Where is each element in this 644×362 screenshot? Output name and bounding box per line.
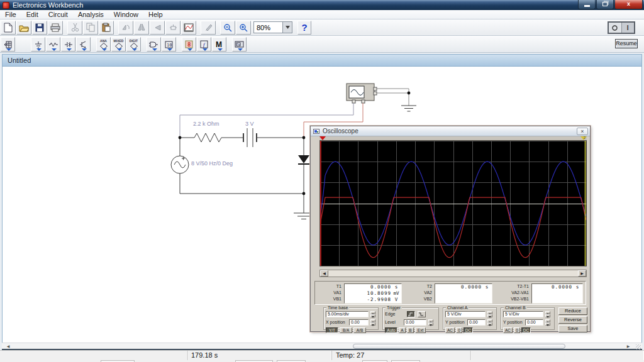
channel-a-spinner[interactable] bbox=[487, 311, 492, 317]
transistors-bin-icon[interactable] bbox=[76, 37, 91, 52]
menu-help[interactable]: Help bbox=[143, 10, 168, 19]
flip-vertical-icon[interactable] bbox=[134, 21, 149, 35]
controls-bin-icon[interactable]: f bbox=[197, 37, 211, 52]
chevron-down-icon[interactable] bbox=[282, 22, 292, 33]
channel-a-dc-button[interactable]: DC bbox=[464, 327, 473, 333]
resize-grip-icon[interactable] bbox=[636, 344, 641, 349]
diodes-bin-icon[interactable] bbox=[61, 37, 75, 52]
scope-scroll-right-icon[interactable]: ▶ bbox=[578, 270, 586, 277]
source-value-label[interactable]: 8 V/50 Hz/0 Deg bbox=[191, 160, 233, 167]
save-button[interactable]: Save bbox=[558, 325, 587, 332]
zoom-in-icon[interactable] bbox=[236, 21, 251, 35]
channel-b-ac-button[interactable]: AC bbox=[503, 327, 513, 333]
menu-analysis[interactable]: Analysis bbox=[73, 10, 109, 19]
ba-mode-button[interactable]: B/A bbox=[340, 327, 352, 333]
level-value[interactable]: 0.00 bbox=[404, 319, 426, 326]
channel-b-ypos[interactable]: 0.00 bbox=[525, 319, 543, 326]
new-file-icon[interactable] bbox=[1, 21, 16, 35]
zoom-level-select[interactable]: 80% bbox=[253, 21, 292, 33]
subcircuit-icon[interactable] bbox=[165, 21, 180, 35]
print-icon[interactable] bbox=[48, 21, 63, 35]
restore-button[interactable] bbox=[596, 0, 614, 9]
channel-b-dc-button[interactable]: DC bbox=[521, 327, 531, 333]
document-titlebar[interactable]: Untitled bbox=[2, 54, 642, 67]
paste-icon[interactable] bbox=[99, 21, 114, 35]
oscilloscope-close-button[interactable]: × bbox=[577, 128, 588, 135]
oscilloscope-window[interactable]: Oscilloscope × 2 ◀ ▶ T1 bbox=[310, 126, 591, 332]
mixed-ics-bin-icon[interactable]: MIXED bbox=[111, 37, 126, 52]
timebase-spinner[interactable] bbox=[370, 311, 375, 317]
reverse-button[interactable]: Reverse bbox=[558, 316, 587, 324]
zoom-out-icon[interactable] bbox=[220, 21, 235, 35]
logic-gates-bin-icon[interactable] bbox=[147, 37, 161, 52]
flip-horizontal-icon[interactable] bbox=[150, 21, 165, 35]
battery-value-label[interactable]: 3 V bbox=[245, 121, 254, 127]
scroll-right-icon[interactable]: ▶ bbox=[623, 344, 633, 349]
oscilloscope-instrument-icon[interactable] bbox=[347, 84, 377, 103]
scroll-left-icon[interactable]: ◀ bbox=[3, 344, 13, 349]
ground-symbol-top[interactable] bbox=[401, 106, 416, 111]
reduce-button[interactable]: Reduce bbox=[558, 307, 587, 315]
power-on-label[interactable]: I bbox=[621, 23, 635, 33]
circuit-wires[interactable] bbox=[180, 128, 314, 219]
channel-b-zero-button[interactable]: 0 bbox=[514, 327, 520, 333]
help-button[interactable]: ? bbox=[297, 21, 311, 35]
horizontal-scrollbar[interactable]: ◀ ▶ bbox=[2, 343, 642, 350]
instruments-bin-icon[interactable] bbox=[232, 37, 247, 52]
close-button[interactable]: x bbox=[614, 0, 643, 9]
component-properties-icon[interactable] bbox=[201, 21, 216, 35]
resistor-value-label[interactable]: 2.2 k Ohm bbox=[193, 121, 219, 127]
ac-source-symbol[interactable] bbox=[171, 156, 189, 173]
window-titlebar[interactable]: Electronics Workbench x bbox=[0, 0, 644, 10]
menu-edit[interactable]: Edit bbox=[21, 10, 43, 19]
scope-ground-wires[interactable] bbox=[377, 89, 409, 106]
xpos-spinner[interactable] bbox=[370, 319, 375, 326]
channel-a-scale[interactable]: 5 V/Div bbox=[445, 311, 486, 317]
channel-a-ypos[interactable]: 0.00 bbox=[467, 319, 486, 326]
channel-b-spinner[interactable] bbox=[545, 311, 550, 317]
miscellaneous-bin-icon[interactable]: M bbox=[212, 37, 226, 52]
trigger-b-button[interactable]: B bbox=[407, 327, 414, 333]
open-file-icon[interactable] bbox=[16, 21, 31, 35]
channel-a-ypos-spinner[interactable] bbox=[487, 319, 492, 326]
yt-mode-button[interactable]: Y/T bbox=[326, 327, 338, 333]
diode-symbol[interactable] bbox=[298, 155, 309, 163]
ab-mode-button[interactable]: A/B bbox=[353, 327, 366, 333]
falling-edge-button[interactable] bbox=[418, 311, 426, 317]
circuit-canvas[interactable]: 2.2 k Ohm 3 V 8 V/50 Hz/0 Deg Oscillosco… bbox=[2, 67, 642, 343]
copy-icon[interactable] bbox=[83, 21, 98, 35]
trigger-a-button[interactable]: A bbox=[399, 327, 406, 333]
analog-ics-bin-icon[interactable]: ANA bbox=[96, 37, 111, 52]
favorites-bin-icon[interactable] bbox=[1, 37, 15, 52]
scope-scrollbar[interactable]: ◀ ▶ bbox=[319, 270, 587, 277]
xpos-value[interactable]: 0.00 bbox=[349, 319, 369, 326]
basic-bin-icon[interactable] bbox=[46, 37, 60, 52]
sources-bin-icon[interactable] bbox=[31, 37, 45, 52]
resume-button[interactable]: Resume bbox=[615, 39, 638, 48]
analysis-graph-icon[interactable] bbox=[181, 21, 196, 35]
scope-scroll-left-icon[interactable]: ◀ bbox=[320, 270, 328, 277]
menu-window[interactable]: Window bbox=[109, 10, 143, 19]
rotate-icon[interactable] bbox=[118, 21, 133, 35]
scrollbar-thumb[interactable] bbox=[353, 344, 565, 349]
menu-circuit[interactable]: Circuit bbox=[43, 10, 73, 19]
power-off-label[interactable] bbox=[609, 23, 621, 33]
channel-b-ypos-spinner[interactable] bbox=[545, 319, 550, 326]
timebase-value[interactable]: 5.00ms/div bbox=[326, 311, 369, 317]
menu-file[interactable]: File bbox=[0, 10, 21, 19]
channel-a-ac-button[interactable]: AC bbox=[445, 327, 455, 333]
rising-edge-button[interactable] bbox=[407, 311, 415, 317]
save-icon[interactable] bbox=[32, 21, 47, 35]
level-spinner[interactable] bbox=[428, 319, 433, 326]
digital-bin-icon[interactable]: 10 bbox=[162, 37, 176, 52]
trigger-auto-button[interactable]: Auto bbox=[385, 327, 397, 333]
channel-b-scale[interactable]: 5 V/Div bbox=[503, 311, 543, 317]
trigger-ext-button[interactable]: Ext bbox=[415, 327, 426, 333]
cut-icon[interactable] bbox=[67, 21, 82, 35]
power-switch[interactable]: I bbox=[608, 21, 635, 34]
digital-ics-bin-icon[interactable]: DIGIT bbox=[126, 37, 141, 52]
minimize-button[interactable] bbox=[578, 0, 596, 9]
channel-a-zero-button[interactable]: 0 bbox=[456, 327, 462, 333]
oscilloscope-titlebar[interactable]: Oscilloscope × bbox=[311, 126, 590, 136]
indicators-bin-icon[interactable]: 8 bbox=[182, 37, 196, 52]
